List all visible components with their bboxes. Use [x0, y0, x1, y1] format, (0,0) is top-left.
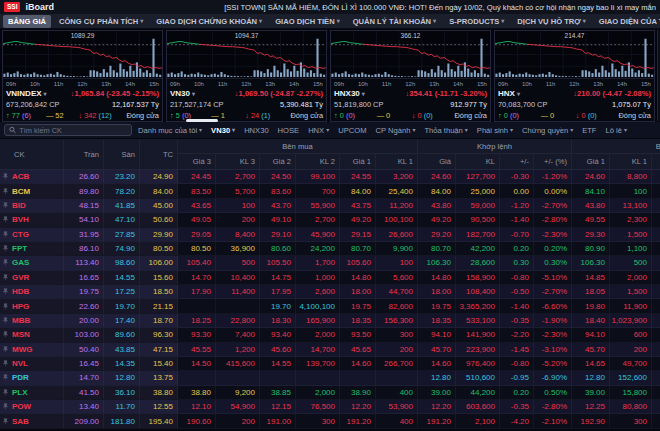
- column-header[interactable]: +/-: [500, 154, 534, 169]
- pin-icon[interactable]: [2, 245, 9, 252]
- pin-icon[interactable]: [2, 346, 9, 353]
- ticker-cell[interactable]: MSN: [0, 328, 64, 341]
- table-row-gvr[interactable]: GVR16.6514.5515.6014.7010,40014.751,0001…: [0, 271, 660, 285]
- pin-icon[interactable]: [2, 231, 9, 238]
- pin-icon[interactable]: [2, 331, 9, 338]
- table-row-bcm[interactable]: BCM89.8078.2084.0083.505,70083.6070084.0…: [0, 184, 660, 198]
- tab-th-a-thu-n[interactable]: Thỏa thuận▾: [422, 126, 469, 135]
- chart-carousel-scrollbar[interactable]: [186, 119, 218, 122]
- ticker-cell[interactable]: SAB: [0, 414, 64, 427]
- column-header[interactable]: Giá 3: [178, 154, 216, 169]
- index-name-dropdown[interactable]: HNX30▾: [334, 89, 365, 98]
- menu-item-giao-d-ch-ti-n[interactable]: GIAO DỊCH TIỀN▾: [270, 15, 345, 28]
- pin-icon[interactable]: [2, 418, 9, 425]
- tab-danh-m-c-c-a-t-i[interactable]: Danh mục của tôi▾: [136, 126, 204, 135]
- pin-icon[interactable]: [2, 216, 9, 223]
- pin-icon[interactable]: [2, 288, 9, 295]
- ssi-logo[interactable]: SSI: [4, 2, 20, 12]
- column-header[interactable]: +/- (%): [534, 154, 572, 169]
- ticker-cell[interactable]: GVR: [0, 271, 64, 284]
- table-row-pdr[interactable]: PDR14.7012.8013.7512.80510,600-0.95-6.90…: [0, 371, 660, 385]
- column-header[interactable]: KL 1: [376, 154, 418, 169]
- table-row-nvl[interactable]: NVL16.4514.3515.4014.50415,60014.55139,7…: [0, 357, 660, 371]
- column-header[interactable]: Giá 2: [260, 154, 296, 169]
- ticker-cell[interactable]: BVH: [0, 213, 64, 226]
- pin-icon[interactable]: [2, 259, 9, 266]
- column-header[interactable]: Giá: [418, 154, 456, 169]
- tab-hnx[interactable]: HNX▾: [306, 126, 331, 135]
- ticker-cell[interactable]: PDR: [0, 371, 64, 384]
- menu-item-b-ng-gi-[interactable]: BẢNG GIÁ: [3, 15, 51, 28]
- index-name-dropdown[interactable]: HNX▾: [498, 89, 520, 98]
- table-row-hpg[interactable]: HPG22.6019.7021.1519.704,100,10019.7582,…: [0, 299, 660, 313]
- ticker-cell[interactable]: HDB: [0, 285, 64, 298]
- pin-icon[interactable]: [2, 360, 9, 367]
- table-row-sab[interactable]: SAB209.00181.80195.40190.60200191.003001…: [0, 414, 660, 428]
- ticker-cell[interactable]: CTG: [0, 228, 64, 241]
- table-row-acb[interactable]: ACB26.6023.2024.9024.452,70024.5099,1002…: [0, 170, 660, 184]
- pin-icon[interactable]: [2, 374, 9, 381]
- menu-item-s-products[interactable]: S-PRODUCTS▾: [444, 15, 509, 28]
- menu-item-d-ch-v-h-tr-[interactable]: DỊCH VỤ HỖ TRỢ▾: [512, 15, 590, 28]
- column-header[interactable]: KL 1: [610, 154, 652, 169]
- ticker-cell[interactable]: BCM: [0, 184, 64, 197]
- ticker-cell[interactable]: FPT: [0, 242, 64, 255]
- column-header[interactable]: Sàn: [104, 139, 140, 169]
- pin-icon[interactable]: [2, 274, 9, 281]
- ticker-cell[interactable]: BID: [0, 199, 64, 212]
- ticker-cell[interactable]: POW: [0, 400, 64, 413]
- column-header[interactable]: Giá 1: [572, 154, 610, 169]
- ticker-cell[interactable]: MWG: [0, 343, 64, 356]
- ticker-cell[interactable]: NVL: [0, 357, 64, 370]
- table-row-ctg[interactable]: CTG31.9527.8529.9029.058,40029.1045,9002…: [0, 228, 660, 242]
- pin-icon[interactable]: [2, 389, 9, 396]
- tab-upcom[interactable]: UPCOM: [336, 126, 368, 135]
- menu-item-giao-d-ch-ch-ng-kho-n[interactable]: GIAO DỊCH CHỨNG KHOÁN▾: [151, 15, 267, 28]
- column-header[interactable]: KL: [456, 154, 500, 169]
- column-header[interactable]: Giá 1: [340, 154, 376, 169]
- column-header[interactable]: Trần: [64, 139, 104, 169]
- tab-ch-ng-quy-n[interactable]: Chứng quyền▾: [520, 126, 575, 135]
- pin-icon[interactable]: [2, 403, 9, 410]
- table-row-pow[interactable]: POW13.4011.7012.5512.1054,90012.1576,500…: [0, 400, 660, 414]
- menu-item-giao-di-n-c-a-t-i[interactable]: GIAO DIỆN CỦA TÔI: [594, 15, 660, 28]
- table-row-gas[interactable]: GAS113.4098.60106.00105.40500105.501,700…: [0, 256, 660, 270]
- ticker-cell[interactable]: ACB: [0, 170, 64, 183]
- column-header[interactable]: KL 2: [296, 154, 340, 169]
- ticker-cell[interactable]: HPG: [0, 299, 64, 312]
- table-row-fpt[interactable]: FPT86.1074.9080.5080.5036,90080.6024,200…: [0, 242, 660, 256]
- tab-vn30[interactable]: VN30▾: [209, 126, 237, 135]
- pin-icon[interactable]: [2, 188, 9, 195]
- pin-icon[interactable]: [2, 303, 9, 310]
- table-row-bvh[interactable]: BVH54.1047.1050.6049.0520049.102,70049.2…: [0, 213, 660, 227]
- ticker-cell[interactable]: PLX: [0, 386, 64, 399]
- tab-l-l-[interactable]: Lô lẻ▾: [604, 126, 629, 135]
- pin-icon[interactable]: [2, 202, 9, 209]
- search-box[interactable]: [4, 124, 132, 136]
- tab-cp-ng-nh[interactable]: CP Ngành▾: [373, 126, 417, 135]
- pin-icon[interactable]: [2, 317, 9, 324]
- index-name-dropdown[interactable]: VNINDEX▾: [6, 89, 47, 98]
- table-row-plx[interactable]: PLX41.5036.1038.8038.809,20038.852,00038…: [0, 386, 660, 400]
- ticker-cell[interactable]: GAS: [0, 256, 64, 269]
- ticker-cell[interactable]: MBB: [0, 314, 64, 327]
- pin-icon[interactable]: [2, 173, 9, 180]
- column-header[interactable]: TC: [140, 139, 178, 169]
- column-header-ck[interactable]: CK: [0, 139, 64, 169]
- tab-hnx30[interactable]: HNX30: [242, 126, 270, 135]
- menu-item-c-ng-c-ph-n-t-ch[interactable]: CÔNG CỤ PHÂN TÍCH▾: [54, 15, 148, 28]
- table-row-mbb[interactable]: MBB20.0017.4018.7018.2522,80018.30165,90…: [0, 314, 660, 328]
- index-name-dropdown[interactable]: VN30▾: [170, 89, 195, 98]
- table-row-msn[interactable]: MSN103.0089.6096.3093.307,40093.402,0009…: [0, 328, 660, 342]
- table-row-hdb[interactable]: HDB19.7517.2518.5017.9011,40017.952,6001…: [0, 285, 660, 299]
- menu-item-qu-n-l-t-i-kho-n[interactable]: QUẢN LÝ TÀI KHOẢN▾: [348, 15, 441, 28]
- table-row-mwg[interactable]: MWG50.4043.8547.1545.551,20045.6014,7004…: [0, 343, 660, 357]
- search-input[interactable]: [19, 126, 127, 135]
- cell: 17.95: [260, 285, 296, 298]
- column-header[interactable]: KL 3: [216, 154, 260, 169]
- tab-etf[interactable]: ETF: [580, 126, 598, 135]
- tab-hose[interactable]: HOSE: [276, 126, 302, 135]
- column-header[interactable]: Giá 2: [652, 154, 660, 169]
- tab-ph-i-sinh[interactable]: Phái sinh▾: [475, 126, 515, 135]
- table-row-bid[interactable]: BID48.1541.8545.0043.6510043.7055,90043.…: [0, 199, 660, 213]
